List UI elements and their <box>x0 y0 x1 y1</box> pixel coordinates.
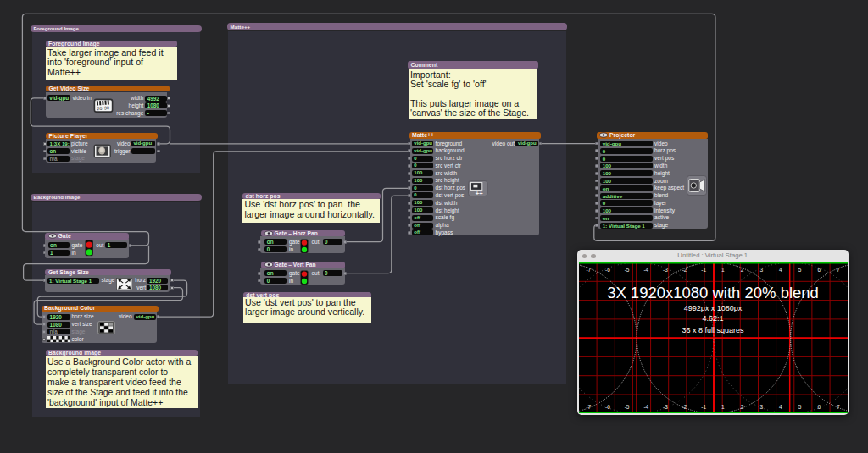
svg-text:-6: -6 <box>605 404 610 410</box>
svg-text:4: 4 <box>779 404 782 410</box>
svg-text:-1: -1 <box>701 404 706 410</box>
svg-text:20: 20 <box>97 106 102 111</box>
svg-text:-3: -3 <box>663 404 668 410</box>
svg-text:7: 7 <box>837 404 840 410</box>
svg-text:-4: -4 <box>643 267 648 273</box>
svg-text:4992px x 1080px: 4992px x 1080px <box>683 305 742 313</box>
svg-text:4.62:1: 4.62:1 <box>702 314 723 323</box>
svg-text:-2: -2 <box>682 404 687 410</box>
svg-text:6: 6 <box>817 404 821 410</box>
svg-text:5: 5 <box>798 267 801 273</box>
svg-text:2: 2 <box>740 267 743 273</box>
svg-text:1: 1 <box>721 267 725 273</box>
svg-text:3X 1920x1080 with 20% blend: 3X 1920x1080 with 20% blend <box>607 285 819 302</box>
svg-text:-5: -5 <box>624 404 629 410</box>
svg-text:-5: -5 <box>624 267 629 273</box>
svg-text:-7: -7 <box>586 267 591 273</box>
svg-text:4: 4 <box>779 267 782 273</box>
svg-text:2: 2 <box>740 404 743 410</box>
svg-text:3: 3 <box>760 267 763 273</box>
svg-text:-2: -2 <box>682 267 687 273</box>
svg-text:-6: -6 <box>605 267 610 273</box>
svg-text:-3: -3 <box>663 267 668 273</box>
svg-text:-4: -4 <box>643 404 648 410</box>
svg-text:-7: -7 <box>586 404 591 410</box>
svg-text:3: 3 <box>760 404 763 410</box>
svg-text:6: 6 <box>817 267 821 273</box>
svg-text:36 x 8 full squares: 36 x 8 full squares <box>682 327 743 335</box>
svg-text:5: 5 <box>798 404 801 410</box>
svg-text:-1: -1 <box>701 267 706 273</box>
svg-text:1: 1 <box>721 404 725 410</box>
svg-text:7: 7 <box>837 267 840 273</box>
